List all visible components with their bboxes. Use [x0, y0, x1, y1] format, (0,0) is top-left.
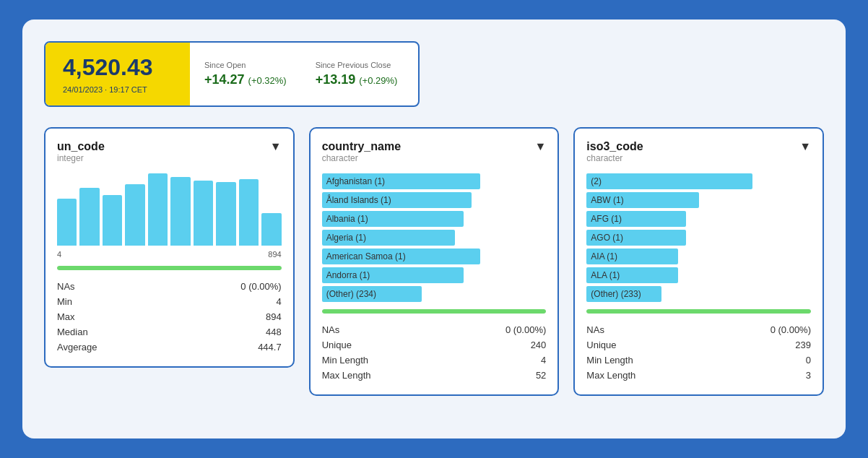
card-iso3-code: iso3_code character ▼ (2)ABW (1)AFG (1)A… — [573, 127, 824, 396]
progress-bar-country-name — [322, 309, 547, 314]
stat-label: NAs — [586, 322, 709, 337]
list-item: AIA (1) — [586, 249, 811, 264]
stat-value: 240 — [444, 337, 546, 353]
table-row: Unique239 — [586, 337, 811, 353]
bar — [79, 188, 99, 246]
stat-label: Max Length — [322, 368, 445, 383]
stats-table-country-name: NAs0 (0.00%)Unique240Min Length4Max Leng… — [322, 322, 547, 383]
card-un-code: un_code integer ▼ 4 894 NAs0 (0.00%)Min4… — [44, 127, 295, 368]
stat-value: 4 — [444, 353, 546, 368]
card-country-name: country_name character ▼ Afghanistan (1)… — [309, 127, 560, 396]
table-row: Avgerage444.7 — [57, 340, 282, 355]
bar-chart-un-code — [57, 173, 282, 246]
bar — [170, 177, 190, 246]
bar-list-bar: Åland Islands (1) — [322, 192, 472, 208]
ticker-left: 4,520.43 24/01/2023 · 19:17 CET — [45, 43, 190, 105]
ticker-widget: 4,520.43 24/01/2023 · 19:17 CET Since Op… — [44, 41, 420, 107]
stat-value: 0 (0.00%) — [709, 322, 811, 337]
stat-value: 3 — [709, 368, 811, 383]
main-container: 4,520.43 24/01/2023 · 19:17 CET Since Op… — [22, 20, 846, 438]
bar-list-bar: ALA (1) — [586, 267, 678, 283]
card-country-name-header: country_name character ▼ — [322, 140, 547, 172]
table-row: NAs0 (0.00%) — [57, 279, 282, 294]
chevron-down-icon[interactable]: ▼ — [270, 140, 282, 153]
card-country-name-title: country_name — [322, 140, 401, 153]
chart-labels-un-code: 4 894 — [57, 250, 282, 259]
table-row: Max Length52 — [322, 368, 547, 383]
stat-label: Min Length — [322, 353, 445, 368]
stat-label: Min — [57, 294, 168, 309]
since-prev-label: Since Previous Close — [316, 61, 398, 69]
card-un-code-subtitle: integer — [57, 153, 105, 163]
bar-list-iso3-code: (2)ABW (1)AFG (1)AGO (1)AIA (1)ALA (1)(O… — [586, 173, 811, 302]
stat-value: 0 (0.00%) — [444, 322, 546, 337]
table-row: Min Length0 — [586, 353, 811, 368]
stat-label: NAs — [57, 279, 168, 294]
stat-value: 0 (0.00%) — [168, 279, 282, 294]
chevron-down-icon[interactable]: ▼ — [535, 140, 547, 153]
list-item: (Other) (233) — [586, 286, 811, 302]
chevron-down-icon[interactable]: ▼ — [799, 140, 811, 153]
list-item: AFG (1) — [586, 211, 811, 227]
bar-list-bar: (2) — [586, 173, 752, 189]
list-item: ABW (1) — [586, 192, 811, 208]
stat-value: 444.7 — [168, 340, 282, 355]
bar-list-bar: AGO (1) — [586, 230, 686, 246]
bar-list-bar: Afghanistan (1) — [322, 173, 480, 189]
card-iso3-code-title: iso3_code — [586, 140, 643, 153]
stat-value: 448 — [168, 324, 282, 340]
list-item: Andorra (1) — [322, 267, 547, 283]
stat-label: Median — [57, 324, 168, 340]
ticker-main-value: 4,520.43 — [63, 54, 173, 81]
stat-value: 52 — [444, 368, 546, 383]
card-iso3-code-header: iso3_code character ▼ — [586, 140, 811, 172]
bar-list-bar: American Samoa (1) — [322, 249, 480, 264]
bar-list-bar: AIA (1) — [586, 249, 678, 264]
table-row: Min4 — [57, 294, 282, 309]
stat-label: Max Length — [586, 368, 709, 383]
card-iso3-code-subtitle: character — [586, 153, 643, 163]
bar — [216, 182, 235, 246]
list-item: American Samoa (1) — [322, 249, 547, 264]
stats-table-un-code: NAs0 (0.00%)Min4Max894Median448Avgerage4… — [57, 279, 282, 355]
ticker-stat-open: Since Open +14.27 (+0.32%) — [204, 61, 287, 87]
list-item: AGO (1) — [586, 230, 811, 246]
list-item: ALA (1) — [586, 267, 811, 283]
stat-label: Max — [57, 309, 168, 324]
stat-label: Avgerage — [57, 340, 168, 355]
stat-value: 239 — [709, 337, 811, 353]
stat-label: Unique — [586, 337, 709, 353]
list-item: Afghanistan (1) — [322, 173, 547, 189]
table-row: NAs0 (0.00%) — [322, 322, 547, 337]
bar-list-bar: AFG (1) — [586, 211, 686, 227]
stats-table-iso3-code: NAs0 (0.00%)Unique239Min Length0Max Leng… — [586, 322, 811, 383]
progress-bar-iso3-code — [586, 309, 811, 314]
since-open-label: Since Open — [204, 61, 287, 69]
list-item: (Other) (234) — [322, 286, 547, 302]
bar — [57, 199, 77, 246]
bar — [103, 195, 122, 246]
ticker-right: Since Open +14.27 (+0.32%) Since Previou… — [190, 43, 412, 105]
bar — [125, 184, 144, 246]
card-country-name-subtitle: character — [322, 153, 401, 163]
bar — [261, 213, 281, 246]
progress-bar-un-code — [57, 266, 282, 270]
list-item: Albania (1) — [322, 211, 547, 227]
since-prev-value: +13.19 (+0.29%) — [316, 72, 398, 87]
ticker-date: 24/01/2023 · 19:17 CET — [63, 85, 173, 94]
stat-label: Unique — [322, 337, 445, 353]
bar-list-country-name: Afghanistan (1)Åland Islands (1)Albania … — [322, 173, 547, 302]
table-row: Median448 — [57, 324, 282, 340]
bar — [194, 181, 213, 246]
stat-value: 0 — [709, 353, 811, 368]
stat-value: 4 — [168, 294, 282, 309]
bar-list-bar: Albania (1) — [322, 211, 464, 227]
table-row: Max Length3 — [586, 368, 811, 383]
card-un-code-title: un_code — [57, 140, 105, 153]
table-row: Unique240 — [322, 337, 547, 353]
cards-row: un_code integer ▼ 4 894 NAs0 (0.00%)Min4… — [44, 127, 824, 396]
bar-list-bar: ABW (1) — [586, 192, 699, 208]
stat-label: Min Length — [586, 353, 709, 368]
bar — [148, 173, 168, 246]
table-row: Min Length4 — [322, 353, 547, 368]
